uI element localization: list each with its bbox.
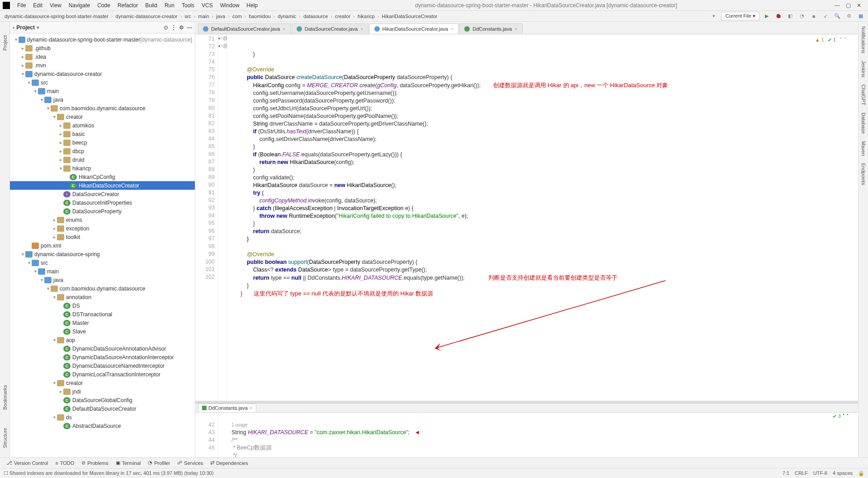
tree-com.baomidou.dynamic.datasource[interactable]: com.baomidou.dynamic.datasource: [10, 284, 195, 293]
breadcrumb-9[interactable]: creator: [333, 14, 352, 19]
tree-creator[interactable]: creator: [10, 379, 195, 387]
tab-HikariDataSourceCreator.java[interactable]: HikariDataSourceCreator.java×: [369, 23, 459, 34]
breadcrumb-4[interactable]: java: [214, 14, 227, 19]
close-icon[interactable]: ×: [250, 405, 252, 411]
tree-.mvn[interactable]: .mvn: [10, 61, 195, 70]
inspection-widget[interactable]: ▲ 1 ✔ 1 ˄ ˅: [815, 36, 846, 44]
tool-terminal[interactable]: ▣ Terminal: [112, 460, 145, 466]
tree-DataSourceGlobalConfig[interactable]: DataSourceGlobalConfig: [10, 396, 195, 404]
tree-java[interactable]: java: [10, 95, 195, 104]
tree-DynamicLocalTransactionInterceptor[interactable]: DynamicLocalTransactionInterceptor: [10, 370, 195, 379]
menu-window[interactable]: Window: [217, 2, 243, 9]
tree-java[interactable]: java: [10, 276, 195, 284]
tree-DynamicDataSourceAnnotationInterceptor[interactable]: DynamicDataSourceAnnotationInterceptor: [10, 353, 195, 361]
tree-pom.xml[interactable]: pom.xml: [10, 241, 195, 250]
trello-icon[interactable]: ▦: [856, 12, 865, 20]
tree-aop[interactable]: aop: [10, 336, 195, 344]
tree-main[interactable]: main: [10, 267, 195, 276]
status-encoding[interactable]: UTF-8: [813, 470, 827, 476]
status-lineending[interactable]: CRLF: [795, 470, 808, 476]
close-icon[interactable]: ✕: [856, 3, 862, 8]
tree-beecp[interactable]: beecp: [10, 138, 195, 147]
status-caret[interactable]: 7:1: [783, 470, 789, 476]
tool-version-control[interactable]: ⎇ Version Control: [3, 460, 52, 466]
breadcrumb-11[interactable]: HikariDataSourceCreator: [380, 14, 439, 19]
tool-dependencies[interactable]: ⇄ Dependencies: [207, 460, 251, 466]
tree-hikaricp[interactable]: hikaricp: [10, 164, 195, 173]
expand-all-icon[interactable]: ⋮: [171, 24, 176, 31]
tab-notifications[interactable]: Notifications: [861, 26, 866, 53]
menu-code[interactable]: Code: [94, 2, 114, 9]
git-update-icon[interactable]: ↙: [821, 12, 830, 20]
tab-maven[interactable]: Maven: [861, 141, 866, 156]
maximize-icon[interactable]: ▢: [845, 3, 851, 8]
tree-enums[interactable]: enums: [10, 216, 195, 224]
tool-todo[interactable]: ≡ TODO: [52, 460, 78, 466]
tree-DataSourceCreator[interactable]: DataSourceCreator: [10, 190, 195, 198]
bottom-tab-ddconstants[interactable]: DdConstants.java ×: [198, 403, 256, 412]
breadcrumb-5[interactable]: com: [231, 14, 244, 19]
collapse-all-icon[interactable]: ⚙: [179, 24, 184, 31]
tree-toolkit[interactable]: toolkit: [10, 233, 195, 241]
tab-chatgpt[interactable]: ChatGPT: [861, 84, 866, 105]
tab-project[interactable]: Project: [2, 35, 8, 51]
settings-icon[interactable]: ⚙: [844, 12, 854, 20]
tree-DefaultDataSourceCreator[interactable]: DefaultDataSourceCreator: [10, 404, 195, 413]
tab-DdConstants.java[interactable]: DdConstants.java×: [459, 23, 522, 34]
tree-DSTransactional[interactable]: DSTransactional: [10, 310, 195, 319]
tree-Master[interactable]: Master: [10, 319, 195, 327]
breadcrumb-7[interactable]: dynamic: [276, 14, 298, 19]
menu-edit[interactable]: Edit: [29, 2, 46, 9]
tree-DynamicDataSourceAnnotationAdvisor[interactable]: DynamicDataSourceAnnotationAdvisor: [10, 344, 195, 353]
tab-jenkins[interactable]: Jenkins: [861, 61, 866, 77]
tree-src[interactable]: src: [10, 78, 195, 87]
expand-icon[interactable]: ▪: [13, 24, 14, 31]
menu-file[interactable]: File: [14, 2, 29, 9]
coverage-icon[interactable]: ◧: [786, 12, 795, 20]
tool-profiler[interactable]: ◔ Profiler: [144, 460, 174, 466]
tree-DatasourceInitProperties[interactable]: DatasourceInitProperties: [10, 198, 195, 207]
debug-icon[interactable]: 🐞: [774, 12, 783, 20]
tree-HikariCpConfig[interactable]: HikariCpConfig: [10, 173, 195, 181]
search-icon[interactable]: 🔍: [833, 12, 842, 20]
tab-endpoints[interactable]: Endpoints: [861, 163, 866, 185]
status-indent[interactable]: 4 spaces: [833, 470, 853, 476]
menu-run[interactable]: Run: [161, 2, 178, 9]
menu-refactor[interactable]: Refactor: [114, 2, 142, 9]
breadcrumb-1[interactable]: dynamic-datasource-creator: [114, 14, 179, 19]
menu-tools[interactable]: Tools: [178, 2, 198, 9]
menu-build[interactable]: Build: [142, 2, 161, 9]
tab-structure[interactable]: Structure: [2, 428, 8, 448]
tree-annotation[interactable]: annotation: [10, 293, 195, 301]
tab-DataSourceCreator.java[interactable]: DataSourceCreator.java×: [292, 23, 368, 34]
tree-DataSourceProperty[interactable]: DataSourceProperty: [10, 207, 195, 216]
tree-dynamic-datasource-creator[interactable]: dynamic-datasource-creator: [10, 70, 195, 78]
tree-main[interactable]: main: [10, 87, 195, 95]
status-lock-icon[interactable]: 🔒: [858, 470, 864, 476]
tab-DefaultDataSourceCreator.java[interactable]: DefaultDataSourceCreator.java×: [198, 23, 291, 34]
menu-view[interactable]: View: [46, 2, 65, 9]
breadcrumb-8[interactable]: datasource: [302, 14, 330, 19]
close-icon[interactable]: ×: [283, 26, 285, 32]
tab-database[interactable]: Database: [861, 112, 866, 134]
tree-ds[interactable]: ds: [10, 413, 195, 422]
tree-basic[interactable]: basic: [10, 130, 195, 138]
tree-com.baomidou.dynamic.datasource[interactable]: com.baomidou.dynamic.datasource: [10, 104, 195, 112]
breadcrumb-10[interactable]: hikaricp: [356, 14, 377, 19]
add-config-icon[interactable]: ▾: [709, 12, 718, 20]
tree-HikariDataSourceCreator[interactable]: HikariDataSourceCreator: [10, 181, 195, 190]
stop-icon[interactable]: ■: [809, 12, 818, 20]
tool-services[interactable]: ☍ Services: [174, 460, 207, 466]
profile-icon[interactable]: ◔: [797, 12, 807, 20]
select-opened-icon[interactable]: ⊙: [164, 24, 168, 31]
tree-AbstractDataSource[interactable]: AbstractDataSource: [10, 422, 195, 430]
close-icon[interactable]: ×: [514, 26, 517, 32]
tree-.idea[interactable]: .idea: [10, 52, 195, 61]
breadcrumb-6[interactable]: baomidou: [247, 14, 272, 19]
tree-DS[interactable]: DS: [10, 301, 195, 310]
bottom-inspection[interactable]: ✔ 3 ˄ ˅: [833, 413, 849, 419]
breadcrumb-2[interactable]: src: [183, 14, 193, 19]
breadcrumb-0[interactable]: dynamic-datasource-spring-boot-starter-m…: [3, 14, 110, 19]
tree-creator[interactable]: creator: [10, 112, 195, 121]
tab-bookmarks[interactable]: Bookmarks: [2, 385, 8, 410]
